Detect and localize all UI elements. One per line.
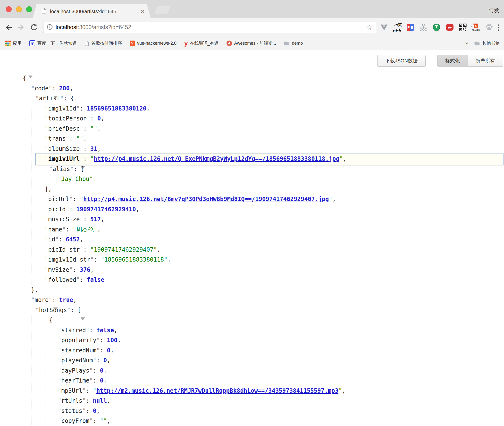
format-button[interactable]: 格式化 <box>437 55 468 66</box>
back-icon[interactable] <box>4 23 13 32</box>
json-row-more: "more": true, <box>0 295 504 305</box>
page-icon <box>84 41 89 46</box>
bookmark-item[interactable]: demo <box>284 41 303 46</box>
title-bar: localhost:3000/artists?id=645 × 阿发 <box>0 0 504 18</box>
json-row-starred: "starred": false, <box>0 325 504 336</box>
json-row-alias: "alias": [ <box>0 164 504 174</box>
address-bar[interactable]: localhost:3000/artists?id=6452 ☆ <box>43 22 376 33</box>
fast-forward-icon[interactable]: ▶▶ <box>445 23 454 32</box>
browser-tab[interactable]: localhost:3000/artists?id=645 × <box>33 4 151 18</box>
site-info-icon[interactable] <box>47 24 53 31</box>
json-row-topicPerson: "topicPerson": 0, <box>0 114 504 124</box>
view-mode-group: 格式化 折叠所有 <box>437 55 503 67</box>
url-host: localhost <box>56 24 78 30</box>
bookmark-star-icon[interactable]: ☆ <box>366 24 373 31</box>
collapse-all-button[interactable]: 折叠所有 <box>468 55 503 66</box>
shield-icon[interactable]: T <box>432 23 441 32</box>
awesomes-icon: A <box>227 41 232 46</box>
json-row-status: "status": 0, <box>0 406 504 416</box>
json-row-img1v1Url: "img1v1Url": "http://p4.music.126.net/Q_… <box>0 154 504 164</box>
json-row-trans: "trans": "", <box>0 134 504 144</box>
fe-toolbox-icon[interactable]: FE <box>406 23 415 32</box>
bookmarks-overflow-icon[interactable]: » <box>465 40 468 46</box>
download-json-button[interactable]: 下载JSON数据 <box>377 55 426 67</box>
bookmarks-bar: 应用百度一下，你就知道谷歌按时间排序Vvue-hackernews-2.0y在线… <box>0 36 504 50</box>
bookmark-item[interactable]: 百度一下，你就知道 <box>29 40 77 46</box>
browser-window: localhost:3000/artists?id=645 × 阿发 local… <box>0 0 504 426</box>
qrcode-icon[interactable] <box>458 23 467 32</box>
tab-title-fade <box>108 9 130 14</box>
indent-guide <box>19 84 19 426</box>
json-row-code: "code": 200, <box>0 84 504 94</box>
tab-close-icon[interactable]: × <box>141 8 144 15</box>
bookmark-label: 百度一下，你就知道 <box>37 40 77 46</box>
indent-guide <box>32 315 32 426</box>
folder-icon <box>474 41 480 46</box>
json-row-mp3Url: "mp3Url": "http://m2.music.126.net/RMJR7… <box>0 386 504 396</box>
page-content: 下载JSON数据 格式化 折叠所有 {"code": 200,"artist":… <box>0 51 504 426</box>
bookmark-label: 在线翻译_有道 <box>190 40 219 46</box>
bookmark-item[interactable]: 应用 <box>5 40 22 46</box>
indent-guide <box>45 325 45 426</box>
json-row-briefDesc: "briefDesc": "", <box>0 124 504 134</box>
translate-icon[interactable]: 英en <box>393 23 402 32</box>
vue-icon: V <box>130 41 135 46</box>
tab-title: localhost:3000/artists?id=645 <box>50 9 116 14</box>
json-row-id: "id": 6452, <box>0 235 504 245</box>
extensions-row: 英en FET▶▶a5PLAYER <box>380 23 493 32</box>
json-row-img1v1Id: "img1v1Id": 18569651883380120, <box>0 104 504 114</box>
bookmark-item[interactable]: y在线翻译_有道 <box>184 40 218 46</box>
json-row-name: "name": "周杰伦", <box>0 225 504 235</box>
bookmark-label: Awesomes - 前端资... <box>234 40 276 46</box>
json-row-playedNum: "playedNum": 0, <box>0 356 504 366</box>
profile-name: 阿发 <box>488 7 499 14</box>
sitemap-icon[interactable] <box>419 23 428 32</box>
bookmark-label: 其他书签 <box>482 40 500 46</box>
json-row-albumSize: "albumSize": 31, <box>0 144 504 154</box>
other-bookmarks-folder[interactable]: 其他书签 <box>474 40 500 46</box>
bookmark-label: demo <box>292 41 303 46</box>
json-row: "Jay Chou" <box>0 174 504 184</box>
json-row-mvSize: "mvSize": 376, <box>0 265 504 275</box>
json-row: }, <box>0 285 504 295</box>
json-url-link[interactable]: http://p4.music.126.net/8mv7qP30Pd3oHW8b… <box>83 196 329 203</box>
json-row-picUrl: "picUrl": "http://p4.music.126.net/8mv7q… <box>0 194 504 204</box>
new-tab-button[interactable] <box>154 6 171 14</box>
toolbar: localhost:3000/artists?id=6452 ☆ 英en FET… <box>0 18 504 36</box>
paw-icon[interactable] <box>485 23 493 32</box>
indent-guide <box>45 174 45 184</box>
json-row: ], <box>0 184 504 195</box>
url-text[interactable]: localhost:3000/artists?id=6452 <box>56 24 131 31</box>
browser-menu-icon[interactable]: ⋮ <box>495 23 500 32</box>
zoom-window-icon[interactable] <box>26 6 32 12</box>
apps-grid-icon <box>5 41 11 46</box>
json-row-dayPlays: "dayPlays": 0, <box>0 366 504 376</box>
json-row: { <box>0 315 504 325</box>
traffic-lights <box>6 6 32 12</box>
reload-icon[interactable] <box>29 23 38 32</box>
bookmark-item[interactable]: 谷歌按时间排序 <box>84 40 122 46</box>
json-url-link[interactable]: http://m2.music.126.net/RMJR7wDullRqppBk… <box>96 387 338 394</box>
bookmark-label: 应用 <box>13 40 22 46</box>
youdao-icon: y <box>184 41 188 46</box>
json-row-popularity: "popularity": 100, <box>0 335 504 346</box>
json-row-musicSize: "musicSize": 517, <box>0 214 504 225</box>
bookmark-label: vue-hackernews-2.0 <box>137 41 176 46</box>
json-row-copyFrom: "copyFrom": "", <box>0 416 504 426</box>
bookmark-item[interactable]: Vvue-hackernews-2.0 <box>130 41 176 46</box>
indent-guide <box>32 104 32 285</box>
json-row-rtUrls: "rtUrls": null, <box>0 396 504 406</box>
vue-devtools-icon[interactable] <box>380 23 388 32</box>
bookmark-item[interactable]: AAwesomes - 前端资... <box>227 40 276 46</box>
minimize-window-icon[interactable] <box>16 6 22 12</box>
page-icon <box>41 8 47 15</box>
json-url-link[interactable]: http://p4.music.126.net/Q_ExePNkmgB2yWyL… <box>94 155 339 162</box>
json-row-picId_str: "picId_str": "19097417462929407", <box>0 245 504 255</box>
html5-player-icon[interactable]: a5PLAYER <box>471 23 480 32</box>
baidu-paw-icon <box>29 40 35 46</box>
close-window-icon[interactable] <box>6 6 12 12</box>
json-row: { <box>0 73 504 84</box>
forward-icon[interactable] <box>17 23 26 32</box>
url-path: :3000/artists?id=6452 <box>78 24 131 30</box>
json-tree: {"code": 200,"artist": {"img1v1Id": 1856… <box>0 73 504 426</box>
